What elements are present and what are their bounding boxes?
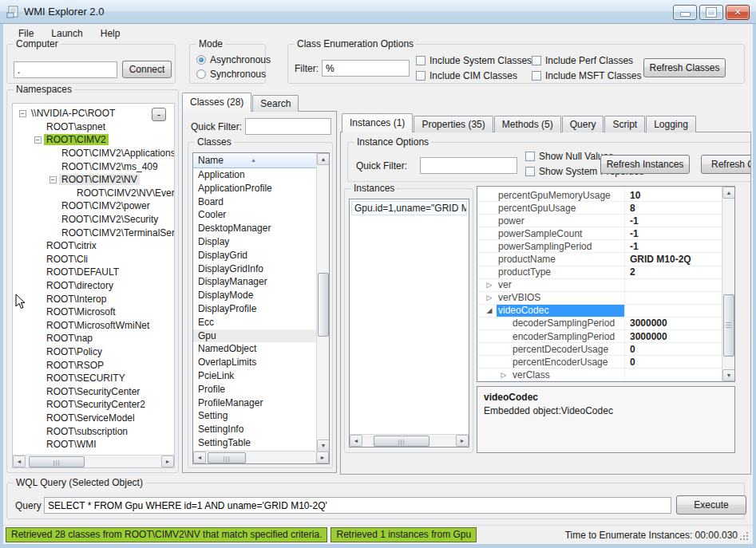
tab[interactable]: Instances (1) [342,113,413,132]
tree-expander-icon[interactable] [46,203,59,210]
property-row[interactable]: productType 2 [477,266,722,279]
tree-expander-icon[interactable] [31,269,44,276]
maximize-button[interactable] [699,5,723,20]
property-expander-icon[interactable] [497,330,511,342]
classes-vscrollbar[interactable]: ▲ ▼ [316,153,329,451]
tree-expander-icon[interactable]: − [16,110,29,117]
tree-expander-icon[interactable] [31,295,44,302]
property-expander-icon[interactable]: ▷ [482,292,497,304]
tree-item[interactable]: − ROOT\CIMV2\NV [13,173,174,187]
title-bar[interactable]: WMI Explorer 2.0 ✕ [0,0,756,24]
tree-expander-icon[interactable]: − [46,176,59,183]
property-row[interactable]: ▷ verVBIOS [477,292,722,305]
property-row[interactable]: percentEncoderUsage 0 [477,356,722,369]
property-expander-icon[interactable] [482,202,497,214]
property-row[interactable]: power -1 [477,215,722,227]
include-msft-classes-checkbox[interactable] [532,71,541,81]
tab[interactable]: Methods (5) [494,116,561,132]
tree-item[interactable]: ROOT\SecurityCenter [13,384,174,398]
tree-item[interactable]: ROOT\WMI [13,438,174,451]
tree-expander-icon[interactable] [31,428,44,435]
property-expander-icon[interactable] [482,189,497,201]
refresh-object-button[interactable]: Refresh Ob [701,155,751,174]
scroll-thumb[interactable]: ||| [723,294,734,357]
tree-expander-icon[interactable] [31,388,44,395]
property-expander-icon[interactable] [482,227,497,239]
class-item[interactable]: DisplayGrid [193,249,318,262]
class-item[interactable]: SettingTable [193,436,318,450]
scroll-left-icon[interactable]: ◄ [350,435,362,447]
tree-item[interactable]: ROOT\Policy [13,345,174,359]
property-row[interactable]: ▷ ver [477,279,722,292]
scroll-thumb[interactable]: ||| [29,456,85,467]
tree-expander-icon[interactable] [46,163,59,170]
property-row[interactable]: percentGpuUsage 8 [477,202,722,215]
property-row[interactable]: ▷ verClass [477,369,722,381]
tree-item[interactable]: ROOT\CIMV2\power [13,199,174,213]
instance-quick-filter-input[interactable] [420,157,517,174]
tree-expander-icon[interactable] [31,375,44,382]
tree-item[interactable]: ROOT\Microsoft [13,306,174,319]
close-button[interactable]: ✕ [726,5,750,20]
tree-expander-icon[interactable] [31,441,44,448]
scroll-right-icon[interactable]: ► [161,455,174,467]
property-row[interactable]: ◢ videoCodec [477,305,722,317]
class-item[interactable]: DisplayManager [193,275,318,289]
minimize-button[interactable] [673,5,697,20]
instances-hscrollbar[interactable]: ◄ ► ||| [350,434,469,447]
property-expander-icon[interactable] [482,266,497,278]
class-item[interactable]: ApplicationProfile [193,182,318,195]
classes-hscrollbar[interactable]: ◄ ► ||| [193,451,329,463]
property-row[interactable]: decoderSamplingPeriod 3000000 [477,317,722,330]
tree-item[interactable]: ROOT\CIMV2\Security [13,213,174,227]
class-item[interactable]: DisplayMode [193,289,318,302]
classes-quick-filter-input[interactable] [245,118,331,135]
class-item[interactable]: Display [193,235,318,249]
scroll-thumb[interactable]: ||| [208,452,246,463]
show-system-properties-checkbox[interactable] [525,167,535,176]
class-item[interactable]: Setting [193,409,318,423]
tree-item[interactable]: ROOT\citrix [13,239,174,253]
tree-item[interactable]: ROOT\Cli [13,253,174,266]
class-item[interactable]: Ecc [193,316,318,329]
computer-input[interactable] [14,61,117,78]
property-row[interactable]: powerSamplingPeriod -1 [477,240,722,253]
tree-expander-icon[interactable] [31,348,44,355]
resize-grip[interactable] [740,532,748,540]
tree-item[interactable]: ROOT\SecurityCenter2 [13,398,174,412]
tree-item[interactable]: − \\NVIDIA-PC\ROOT [13,107,174,120]
class-item[interactable]: Cooler [193,208,318,222]
tree-expander-icon[interactable] [46,150,59,157]
property-expander-icon[interactable] [497,356,511,368]
tree-expander-icon[interactable] [31,414,44,421]
scroll-right-icon[interactable]: ► [316,451,329,463]
execute-button[interactable]: Execute [676,495,746,514]
tree-expander-icon[interactable] [31,282,44,290]
scroll-down-icon[interactable]: ▼ [722,369,735,381]
filter-input[interactable] [322,60,410,77]
properties-vscrollbar[interactable]: ▲ ▼ ||| [722,187,734,381]
class-item[interactable]: Application [193,168,318,182]
class-item[interactable]: Profile [193,383,318,396]
property-expander-icon[interactable] [497,343,511,355]
class-item[interactable]: ProfileManager [193,396,318,410]
class-item[interactable]: PcieLink [193,369,318,383]
classes-list[interactable]: Name ▲ ApplicationApplicationProfileBoar… [192,152,330,464]
property-row[interactable]: percentGpuMemoryUsage 10 [477,189,722,202]
scroll-thumb[interactable]: ||| [374,436,429,447]
property-row[interactable]: powerSampleCount -1 [477,227,722,240]
tree-expander-icon[interactable] [31,321,44,329]
collapse-tree-button[interactable]: - [152,108,166,121]
class-item[interactable]: NamedObject [193,342,318,356]
tree-item[interactable]: ROOT\DEFAULT [13,266,174,279]
scroll-left-icon[interactable]: ◄ [13,455,26,467]
tree-expander-icon[interactable] [31,255,44,262]
tree-expander-icon[interactable] [31,335,44,342]
tree-expander-icon[interactable] [31,242,44,250]
property-expander-icon[interactable] [482,215,497,227]
property-expander-icon[interactable]: ▷ [482,279,497,291]
show-null-values-checkbox[interactable] [525,152,535,161]
property-row[interactable]: percentDecoderUsage 0 [477,343,722,356]
tree-item[interactable]: ROOT\directory [13,279,174,293]
tree-item[interactable]: ROOT\ServiceModel [13,412,174,425]
